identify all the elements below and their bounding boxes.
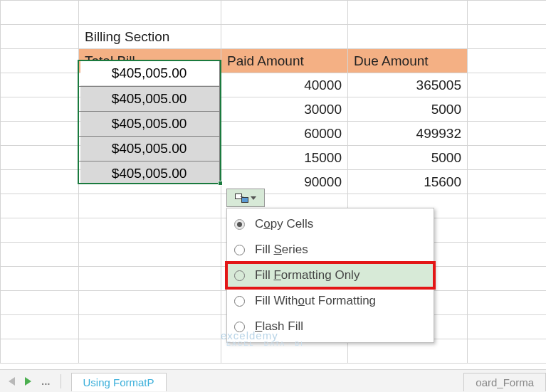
cell-paid[interactable]: 30000 — [221, 97, 348, 122]
grid-row[interactable]: Billing Section — [1, 25, 547, 49]
sheet-tab-active[interactable]: Using FormatP — [71, 373, 167, 391]
sheet-nav-next-icon[interactable] — [25, 377, 31, 386]
divider — [61, 374, 61, 388]
cell-due[interactable]: 15600 — [348, 170, 468, 194]
data-row[interactable]: 40000 365005 — [1, 73, 547, 97]
header-total-bill: Total Bill — [79, 49, 221, 73]
cell-paid[interactable]: 15000 — [221, 146, 348, 170]
radio-icon — [234, 322, 245, 332]
menu-fill-without-formatting[interactable]: Fill Without Formatting — [227, 288, 434, 314]
cell-paid[interactable]: 60000 — [221, 122, 348, 146]
radio-icon — [234, 270, 245, 281]
menu-fill-series[interactable]: Fill Series — [227, 237, 434, 263]
section-title: Billing Section — [79, 25, 221, 49]
autofill-options-button[interactable]: + — [226, 189, 265, 207]
autofill-options-menu: Copy Cells Fill Series Fill Formatting O… — [226, 208, 434, 343]
sheet-nav-more-icon[interactable]: ... — [41, 375, 51, 387]
data-row[interactable]: 90000 15600 — [1, 170, 547, 194]
menu-copy-cells[interactable]: Copy Cells — [227, 211, 434, 237]
menu-fill-formatting-only[interactable]: Fill Formatting Only — [227, 263, 434, 288]
autofill-icon: + — [235, 194, 248, 203]
cell-due[interactable]: 499932 — [348, 122, 468, 146]
data-row[interactable]: 60000 499932 — [1, 122, 547, 146]
menu-label: Fill Series — [255, 243, 308, 257]
cell-due[interactable]: 5000 — [348, 97, 468, 122]
header-paid-amount: Paid Amount — [221, 49, 348, 73]
menu-label: Copy Cells — [255, 217, 313, 231]
sheet-nav-prev-icon[interactable] — [9, 377, 15, 386]
sheet-tab-bar: ... Using FormatP oard_Forma — [0, 369, 546, 392]
menu-label: Flash Fill — [255, 319, 303, 334]
header-due-amount: Due Amount — [348, 49, 468, 73]
cell-paid[interactable]: 40000 — [221, 73, 348, 97]
radio-icon — [234, 219, 245, 230]
cell-due[interactable]: 5000 — [348, 146, 468, 170]
radio-icon — [234, 296, 245, 307]
grid-row[interactable] — [1, 1, 547, 25]
sheet-tab[interactable]: oard_Forma — [463, 373, 546, 391]
header-row[interactable]: Total Bill Paid Amount Due Amount — [1, 49, 547, 73]
data-row[interactable]: 15000 5000 — [1, 146, 547, 170]
dropdown-arrow-icon — [251, 196, 256, 200]
data-row[interactable]: 30000 5000 — [1, 97, 547, 122]
menu-flash-fill[interactable]: Flash Fill — [227, 314, 434, 339]
menu-label: Fill Formatting Only — [255, 268, 359, 282]
menu-label: Fill Without Formatting — [255, 294, 376, 308]
cell-due[interactable]: 365005 — [348, 73, 468, 97]
radio-icon — [234, 245, 245, 255]
